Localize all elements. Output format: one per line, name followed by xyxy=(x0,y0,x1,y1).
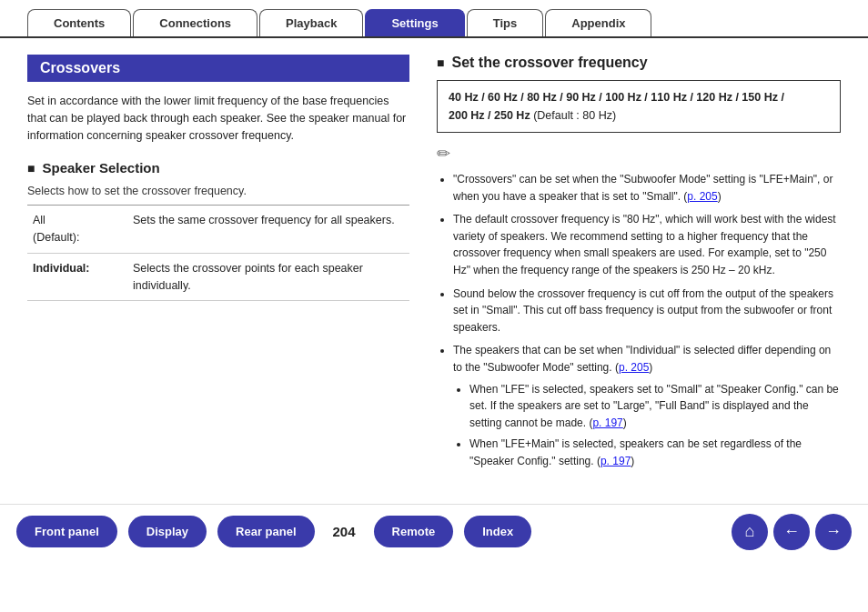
link-p205-1[interactable]: p. 205 xyxy=(687,190,717,203)
table-row: All (Default): Sets the same crossover f… xyxy=(27,206,409,254)
display-button[interactable]: Display xyxy=(128,516,207,547)
nav-tab-connections[interactable]: Connections xyxy=(133,9,257,36)
list-item: "Crossovers" can be set when the "Subwoo… xyxy=(453,171,841,205)
speaker-table: All (Default): Sets the same crossover f… xyxy=(27,205,409,301)
pencil-icon: ✏ xyxy=(437,144,841,164)
nav-tab-tips[interactable]: Tips xyxy=(467,9,544,36)
list-item: The speakers that can be set when "Indiv… xyxy=(453,342,841,469)
forward-button[interactable]: → xyxy=(815,514,852,550)
table-term: Individual: xyxy=(27,253,127,301)
index-button[interactable]: Index xyxy=(464,516,531,547)
link-p197-2[interactable]: p. 197 xyxy=(601,455,631,467)
link-p197-1[interactable]: p. 197 xyxy=(592,416,622,429)
rear-panel-button[interactable]: Rear panel xyxy=(217,516,314,547)
bottom-nav: Front panel Display Rear panel 204 Remot… xyxy=(0,504,868,559)
subsection-title: Speaker Selection xyxy=(27,160,409,176)
link-p205-2[interactable]: p. 205 xyxy=(619,361,649,374)
nav-tab-playback[interactable]: Playback xyxy=(259,9,363,36)
table-definition: Sets the same crossover frequency for al… xyxy=(127,206,409,254)
home-button[interactable]: ⌂ xyxy=(732,514,768,550)
nav-tab-settings[interactable]: Settings xyxy=(365,9,464,36)
main-content: Crossovers Set in accordance with the lo… xyxy=(0,38,868,486)
table-term: All (Default): xyxy=(27,206,127,254)
notes-list: "Crossovers" can be set when the "Subwoo… xyxy=(437,171,841,470)
page-number: 204 xyxy=(333,524,356,539)
left-panel: Crossovers Set in accordance with the lo… xyxy=(27,55,409,477)
list-item: Sound below the crossover frequency is c… xyxy=(453,286,841,336)
sub-intro-text: Selects how to set the crossover frequen… xyxy=(27,185,409,197)
nav-icon-group: ⌂ ← → xyxy=(732,514,852,550)
list-item: The default crossover frequency is "80 H… xyxy=(453,211,841,278)
frequency-box: 40 Hz / 60 Hz / 80 Hz / 90 Hz / 100 Hz /… xyxy=(437,80,841,133)
section-title: Crossovers xyxy=(27,55,409,82)
back-button[interactable]: ← xyxy=(773,514,810,550)
right-panel: Set the crossover frequency 40 Hz / 60 H… xyxy=(437,55,841,477)
right-section-title: Set the crossover frequency xyxy=(437,55,841,71)
top-nav: ContentsConnectionsPlaybackSettingsTipsA… xyxy=(0,0,868,38)
table-row: Individual: Selects the crossover points… xyxy=(27,253,409,301)
list-item: When "LFE" is selected, speakers set to … xyxy=(469,381,841,432)
table-definition: Selects the crossover points for each sp… xyxy=(127,253,409,301)
remote-button[interactable]: Remote xyxy=(374,516,454,547)
intro-text: Set in accordance with the lower limit f… xyxy=(27,93,409,144)
nav-tab-contents[interactable]: Contents xyxy=(27,9,131,36)
sub-notes-list: When "LFE" is selected, speakers set to … xyxy=(453,381,841,470)
nav-tab-appendix[interactable]: Appendix xyxy=(545,9,651,36)
front-panel-button[interactable]: Front panel xyxy=(16,516,117,547)
list-item: When "LFE+Main" is selected, speakers ca… xyxy=(469,436,841,469)
